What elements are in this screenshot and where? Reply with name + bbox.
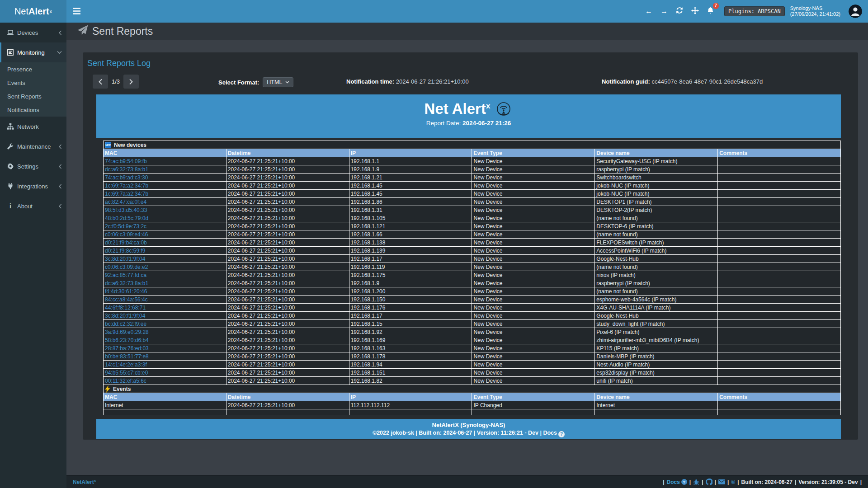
table-cell: New Device bbox=[472, 296, 595, 304]
sidebar-item-sent-reports[interactable]: Sent Reports bbox=[0, 89, 66, 103]
github-icon[interactable] bbox=[706, 479, 712, 485]
mac-link[interactable]: 48:b0:2d:5c:79:0d bbox=[104, 214, 226, 222]
column-header: IP bbox=[349, 149, 472, 157]
mac-link[interactable]: c0:06:c3:09:e4:46 bbox=[104, 230, 226, 239]
format-label: Select Format: bbox=[218, 79, 259, 86]
sidebar-item-integrations[interactable]: Integrations bbox=[0, 176, 66, 196]
sidebar-item-about[interactable]: i About bbox=[0, 196, 66, 216]
mac-link[interactable]: 28:87:ba:76:ed:03 bbox=[104, 344, 226, 352]
mac-link[interactable]: d0:21:f9:b4:ca:0b bbox=[104, 239, 226, 247]
mac-link[interactable]: 1c:69:7a:a2:34:7b bbox=[104, 190, 226, 198]
footer-brand-link[interactable]: NetAlertx bbox=[73, 479, 96, 485]
refresh-icon[interactable] bbox=[672, 7, 687, 16]
table-cell: 192.168.1.105 bbox=[349, 214, 472, 222]
page-footer: NetAlertx | Docs? | | | | © | Built on: … bbox=[66, 475, 868, 488]
mac-link[interactable]: 3a:9d:69:e0:29:28 bbox=[104, 328, 226, 336]
sidebar-item-devices[interactable]: Devices bbox=[0, 23, 66, 42]
monitoring-treeview: Monitoring Presence Events Sent Reports … bbox=[0, 42, 66, 117]
mac-link[interactable]: b0:be:83:51:77:e8 bbox=[104, 352, 226, 361]
sidebar-item-notifications[interactable]: Notifications bbox=[0, 103, 66, 117]
mac-link[interactable]: ac:82:47:ca:0f:e4 bbox=[104, 198, 226, 206]
table-cell: New Device bbox=[472, 369, 595, 377]
email-icon[interactable] bbox=[718, 479, 725, 484]
mac-link[interactable]: 74:ac:b9:54:09:fb bbox=[104, 157, 226, 165]
mac-link[interactable]: 00:11:32:ef:a5:6c bbox=[104, 377, 226, 385]
table-cell: 192.168.1.66 bbox=[349, 230, 472, 239]
table-cell: New Device bbox=[472, 222, 595, 230]
sidebar-item-monitoring[interactable]: Monitoring bbox=[0, 42, 66, 62]
table-cell: 192.168.1.121 bbox=[349, 222, 472, 230]
sent-reports-log-link[interactable]: Sent Reports Log bbox=[87, 59, 858, 68]
format-select[interactable]: HTML bbox=[263, 77, 293, 87]
table-cell: 192.168.1.86 bbox=[349, 198, 472, 206]
next-page-button[interactable] bbox=[123, 75, 139, 89]
table-cell: 2024-06-27 21:25:21+10:00 bbox=[226, 401, 349, 409]
report-table: NEWNew devices MACDatetimeIPEvent TypeDe… bbox=[103, 141, 841, 415]
sidebar-item-label: Monitoring bbox=[17, 49, 57, 56]
forward-arrow-icon[interactable]: → bbox=[656, 7, 672, 15]
mac-link[interactable]: 1c:69:7a:a2:34:7b bbox=[104, 182, 226, 190]
separator: | bbox=[727, 479, 729, 485]
table-cell bbox=[718, 320, 841, 328]
column-header: Event Type bbox=[472, 393, 595, 401]
table-cell: esphome-web-4a564c (IP match) bbox=[595, 296, 718, 304]
notification-guid-label: Notification guid: bbox=[602, 78, 650, 85]
format-value: HTML bbox=[267, 79, 282, 85]
table-cell: 2024-06-27 21:25:21+10:00 bbox=[226, 174, 349, 182]
table-cell bbox=[718, 239, 841, 247]
notifications-bell-icon[interactable]: 7 bbox=[703, 7, 718, 16]
plug-icon bbox=[5, 183, 15, 189]
mac-link[interactable]: 84:cc:a8:4a:56:4c bbox=[104, 296, 226, 304]
sidebar-item-events[interactable]: Events bbox=[0, 76, 66, 89]
table-row: 28:87:ba:76:ed:032024-06-27 21:25:21+10:… bbox=[104, 344, 841, 352]
table-cell: 192.168.1.92 bbox=[349, 328, 472, 336]
table-row: 44:6f:f8:12:68:712024-06-27 21:25:21+10:… bbox=[104, 304, 841, 312]
mac-link[interactable]: dc:a6:32:73:8a:b1 bbox=[104, 279, 226, 287]
mac-link[interactable]: dc:a6:32:73:8a:b1 bbox=[104, 165, 226, 174]
table-row: d0:21:f9:b4:ca:0b2024-06-27 21:25:21+10:… bbox=[104, 239, 841, 247]
gear-icon bbox=[5, 163, 15, 169]
report-header: Net Alertx Report Date: 2024-06-27 21:26 bbox=[96, 94, 841, 138]
mac-link[interactable]: bc:dd:c2:32:f9:ee bbox=[104, 320, 226, 328]
license-link[interactable]: © bbox=[731, 479, 735, 485]
table-cell: (name not found) bbox=[595, 287, 718, 296]
mac-link[interactable]: d0:21:f9:8c:59:f9 bbox=[104, 247, 226, 255]
bug-report-icon[interactable] bbox=[693, 479, 699, 485]
table-cell: New Device bbox=[472, 336, 595, 344]
table-cell: 2024-06-27 21:25:21+10:00 bbox=[226, 239, 349, 247]
mac-link[interactable]: 98:5f:d3:d5:40:33 bbox=[104, 206, 226, 214]
sidebar-item-maintenance[interactable]: Maintenance bbox=[0, 136, 66, 156]
table-row: f4:4d:30:61:20:462024-06-27 21:25:21+10:… bbox=[104, 287, 841, 296]
sidebar-item-network[interactable]: Network bbox=[0, 117, 66, 136]
app-logo[interactable]: NetAlertx bbox=[0, 0, 66, 23]
mac-link[interactable]: 94:b5:55:c7:cb:e0 bbox=[104, 369, 226, 377]
hamburger-icon[interactable] bbox=[73, 8, 80, 16]
back-arrow-icon[interactable]: ← bbox=[641, 7, 656, 15]
table-cell: 2024-06-27 21:25:21+10:00 bbox=[226, 377, 349, 385]
mac-link[interactable]: 44:6f:f8:12:68:71 bbox=[104, 304, 226, 312]
column-header: Event Type bbox=[472, 149, 595, 157]
user-avatar[interactable] bbox=[849, 5, 862, 18]
mac-link[interactable]: 2c:f0:5d:9e:73:2c bbox=[104, 222, 226, 230]
report-docs-link[interactable]: Docs bbox=[543, 430, 557, 436]
mac-link[interactable]: 92:ac:85:77:fd:ca bbox=[104, 271, 226, 279]
docs-link[interactable]: Docs? bbox=[667, 479, 687, 485]
sidebar-item-settings[interactable]: Settings bbox=[0, 156, 66, 176]
mac-link[interactable]: 14:c1:4e:2e:a3:3f bbox=[104, 361, 226, 369]
column-header: IP bbox=[349, 393, 472, 401]
table-cell: 192.168.1.15 bbox=[349, 320, 472, 328]
plugins-status[interactable]: Plugins: ARPSCAN bbox=[724, 6, 785, 16]
table-cell: New Device bbox=[472, 320, 595, 328]
mac-link[interactable]: 58:b6:23:70:d6:b4 bbox=[104, 336, 226, 344]
prev-page-button[interactable] bbox=[93, 75, 108, 89]
move-icon[interactable] bbox=[687, 7, 703, 16]
mac-link[interactable]: 3c:8d:20:f1:9f:04 bbox=[104, 255, 226, 263]
table-row: dc:a6:32:73:8a:b12024-06-27 21:25:21+10:… bbox=[104, 279, 841, 287]
question-circle-icon: ? bbox=[558, 431, 565, 437]
table-cell: study_down_light (IP match) bbox=[595, 320, 718, 328]
mac-link[interactable]: 3c:8d:20:f1:9f:04 bbox=[104, 312, 226, 320]
mac-link[interactable]: 74:ac:b9:ad:c3:30 bbox=[104, 174, 226, 182]
mac-link[interactable]: c0:06:c3:09:de:e2 bbox=[104, 263, 226, 271]
sidebar-item-presence[interactable]: Presence bbox=[0, 62, 66, 76]
mac-link[interactable]: f4:4d:30:61:20:46 bbox=[104, 287, 226, 296]
